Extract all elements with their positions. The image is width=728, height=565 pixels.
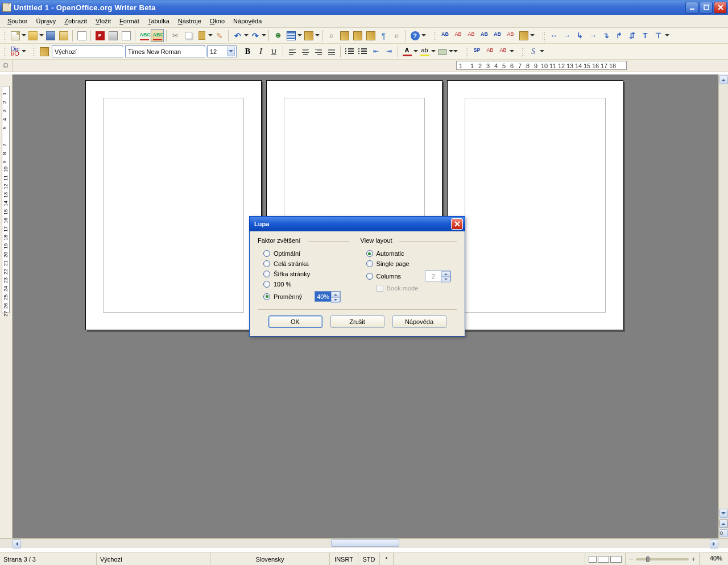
arrow-button-1[interactable]: ↔ [547,29,560,42]
status-language[interactable]: Slovensky [210,553,330,565]
menu-help[interactable]: Nápověda [229,16,266,26]
s-button[interactable]: S [527,45,540,58]
lang-button-2[interactable]: AB [483,45,497,58]
radio-page-width[interactable]: Šířka stránky [258,269,349,279]
preview-button[interactable] [119,29,133,42]
menu-insert[interactable]: Vložit [92,16,115,26]
styles-button[interactable] [38,45,51,58]
scroll-left-button[interactable] [13,539,21,549]
hyperlink-button[interactable]: ⊕ [271,29,284,42]
toolbar-overflow[interactable] [421,29,426,42]
nav-button[interactable] [719,529,728,537]
dialog-titlebar[interactable]: Lupa [250,217,465,231]
para-style-input[interactable] [55,47,133,57]
radio-whole-page[interactable]: Celá stránka [258,259,349,269]
align-left-button[interactable] [286,45,299,58]
status-modified[interactable]: * [380,553,394,565]
toolbar-handle-s[interactable] [522,46,525,57]
prev-page-button[interactable] [719,519,728,528]
lang-overflow[interactable] [510,45,514,58]
status-style[interactable]: Výchozí [97,553,210,565]
horizontal-scrollbar[interactable] [0,538,728,548]
align-right-button[interactable] [312,45,325,58]
minimize-button[interactable] [685,2,698,14]
arrow-button-6[interactable]: ↱ [613,29,626,42]
bullet-list-button[interactable] [356,45,369,58]
s-overflow[interactable] [540,45,544,58]
arrow-button-9[interactable]: ⊤ [652,29,665,42]
table-dropdown[interactable] [297,29,302,42]
toolbar-overflow-3[interactable] [665,29,669,42]
toolbar-handle-2[interactable] [433,30,437,41]
menu-tools[interactable]: Nástroje [174,16,205,26]
format-paintbrush-button[interactable]: ✎ [213,29,226,42]
toolbar-handle-fmt[interactable] [3,46,7,57]
email-button[interactable] [57,29,70,42]
fkd-button[interactable]: AB [439,29,452,42]
copy-button[interactable] [182,29,195,42]
font-name-input[interactable] [128,47,206,57]
zoom-out-icon[interactable]: − [629,555,634,563]
font-color-button[interactable]: A [400,45,413,58]
radio-optimal[interactable]: Optimální [258,248,349,259]
underline-button[interactable]: U [267,45,280,58]
multi-page-icon[interactable] [598,556,609,563]
bgcolor-drop[interactable] [449,45,453,58]
zoom-slider[interactable] [636,558,689,560]
track-button-3[interactable]: AB [478,29,491,42]
status-zoom-value[interactable]: 40% [700,553,728,565]
scroll-right-button[interactable] [710,539,718,549]
table-button[interactable] [284,29,297,42]
toolbar-handle-3[interactable] [542,30,545,41]
autospell-button[interactable]: ABC [151,29,164,42]
horizontal-ruler[interactable]: 1123456789101112131415161718 [13,60,728,72]
open-button[interactable] [26,29,39,42]
undo-dropdown[interactable] [244,29,249,42]
bold-button[interactable]: B [241,45,254,58]
help-button[interactable]: ? [408,29,421,42]
lang-button-3[interactable]: AB [497,45,510,58]
arrow-button-4[interactable]: → [586,29,599,42]
export-pdf-button[interactable]: P [93,29,106,42]
zoom-button[interactable]: ⌕ [390,29,403,42]
draw-dropdown[interactable] [315,29,320,42]
dialog-close-button[interactable] [451,218,463,230]
status-selection-mode[interactable]: STD [358,553,380,565]
menu-table[interactable]: Tabulka [144,16,173,26]
open-dropdown[interactable] [39,29,44,42]
spin-down[interactable] [331,297,340,303]
edit-file-button[interactable] [75,29,88,42]
toolbar-handle-fmt2[interactable] [32,46,36,57]
book-view-icon[interactable] [610,556,622,563]
scroll-up-button[interactable] [719,75,728,84]
toolbar-handle-lang[interactable] [465,46,469,57]
new-dropdown[interactable] [22,29,26,42]
help-dialog-button[interactable]: Nápověda [392,315,446,328]
radio-single-page[interactable]: Single page [361,259,457,269]
new-doc-button[interactable] [9,29,22,42]
single-page-icon[interactable] [589,556,597,563]
paste-button[interactable] [195,29,208,42]
radio-columns[interactable]: Columns [361,269,457,283]
cut-button[interactable]: ✂ [169,29,182,42]
gallery-button[interactable] [351,29,364,42]
align-justify-button[interactable] [325,45,338,58]
page-1[interactable] [85,80,262,330]
inc-indent-button[interactable]: ⇥ [382,45,395,58]
redo-dropdown[interactable] [262,29,266,42]
spellcheck-button[interactable]: ABC [138,29,151,42]
radio-variable[interactable]: Proměnný [258,289,349,304]
undo-button[interactable]: ↶ [231,29,244,42]
menu-edit[interactable]: Úpravy [32,16,60,26]
save-button[interactable] [44,29,57,42]
status-insert-mode[interactable]: INSRT [330,553,358,565]
arrow-button-2[interactable]: → [560,29,573,42]
menu-format[interactable]: Formát [115,16,143,26]
zoom-in-icon[interactable]: + [691,555,696,563]
find-button[interactable]: ⌕ [325,29,338,42]
ok-button[interactable]: OK [268,315,322,328]
track-button-4[interactable]: AB [491,29,504,42]
track-button-2[interactable]: AB [465,29,478,42]
radio-automatic[interactable]: Automatic [361,248,457,259]
italic-button[interactable]: I [254,45,267,58]
